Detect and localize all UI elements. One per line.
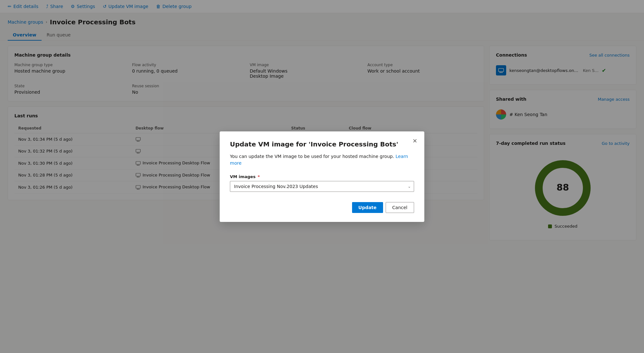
modal-overlay: ✕ Update VM image for 'Invoice Processin… (0, 0, 644, 353)
update-vm-modal: ✕ Update VM image for 'Invoice Processin… (220, 131, 424, 222)
cancel-button[interactable]: Cancel (386, 202, 414, 213)
update-button[interactable]: Update (352, 202, 383, 213)
vm-images-field: VM images * Invoice Processing Nov.2023 … (230, 174, 414, 192)
vm-images-select-wrapper: Invoice Processing Nov.2023 Updates Defa… (230, 181, 414, 192)
required-star: * (256, 174, 260, 179)
modal-footer: Update Cancel (230, 202, 414, 213)
modal-description: You can update the VM image to be used f… (230, 153, 414, 167)
vm-images-label: VM images * (230, 174, 414, 179)
vm-images-select[interactable]: Invoice Processing Nov.2023 Updates Defa… (230, 181, 414, 192)
modal-close-button[interactable]: ✕ (410, 137, 419, 145)
modal-title: Update VM image for 'Invoice Processing … (230, 140, 414, 148)
